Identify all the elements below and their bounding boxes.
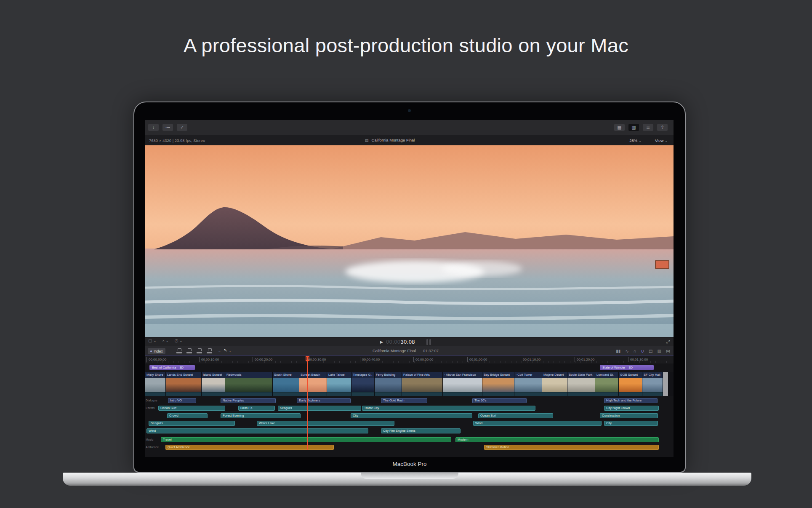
clip-thumbnail xyxy=(327,378,351,392)
audio-clip[interactable]: High Tech and the Future xyxy=(604,398,658,403)
import-media-icon[interactable]: ↓ xyxy=(148,124,159,131)
snapping-icon[interactable]: ∪ xyxy=(641,348,644,354)
timeline-clip[interactable]: Redwoods xyxy=(225,372,273,396)
track-label: Ambience xyxy=(146,446,159,449)
clip-thumbnail xyxy=(225,378,272,392)
timeline-clip[interactable]: Bay Bridge Sunset xyxy=(482,372,514,396)
connect-edit-icon[interactable] xyxy=(176,348,182,353)
audio-skimming-icon[interactable]: ∩ xyxy=(634,348,636,354)
audio-clip[interactable]: Crowd xyxy=(167,413,208,418)
background-tasks-icon[interactable]: ✓ xyxy=(177,124,187,131)
viewer-title-object[interactable] xyxy=(655,260,669,269)
audio-clip[interactable]: Forest Evening xyxy=(221,413,301,418)
timeline-clip[interactable]: Ferry Building xyxy=(375,372,402,396)
timeline-clip[interactable]: Lake Tahoe xyxy=(327,372,351,396)
project-chip: ▤ California Montage Final xyxy=(365,138,415,142)
share-icon[interactable]: ⇧ xyxy=(657,124,668,131)
audio-meters-icon[interactable] xyxy=(426,339,432,345)
clip-audio-strip xyxy=(482,392,514,396)
track-label: Music xyxy=(146,438,153,441)
timeline-clip[interactable]: Sunset Beach xyxy=(299,372,327,396)
timeline-clip[interactable]: Timelapse G.. xyxy=(351,372,375,396)
chevron-down-icon: ⌄ xyxy=(229,349,232,353)
append-edit-icon[interactable] xyxy=(197,348,202,353)
index-button[interactable]: Index xyxy=(148,348,165,354)
clip-thumbnail xyxy=(443,378,482,392)
audio-clip[interactable]: Modern xyxy=(455,437,659,442)
timeline-clip[interactable]: South Shore xyxy=(273,372,299,396)
audio-clip[interactable]: The 60's xyxy=(472,398,527,403)
timeline-display-icon[interactable]: ▥ xyxy=(658,348,661,354)
timeline-ruler[interactable]: 00:00:00:0000:00:10:0000:00:20:0000:00:3… xyxy=(145,356,674,364)
browser-filmstrip-icon[interactable]: ▥ xyxy=(628,124,639,131)
audio-clip[interactable]: Traffic City xyxy=(362,406,535,411)
audio-clip[interactable]: Water Lake xyxy=(257,421,394,426)
expand-icon[interactable]: ⤢ xyxy=(666,339,670,345)
overwrite-edit-icon[interactable] xyxy=(207,348,212,353)
clip-name: Ferry Building xyxy=(375,372,402,378)
audio-clip[interactable]: Native Peoples xyxy=(221,398,276,403)
title-clip[interactable]: State of Wonder – 3D xyxy=(600,365,654,370)
audio-meters-icon[interactable]: ▮▮ xyxy=(616,348,620,354)
audio-clip[interactable]: The Gold Rush xyxy=(381,398,427,403)
playhead[interactable] xyxy=(307,356,308,450)
audio-clip[interactable]: Intro VO xyxy=(168,398,196,403)
audio-clip[interactable]: Shimmer Motion xyxy=(484,445,659,450)
audio-clip[interactable]: City Night Crowd xyxy=(604,406,659,411)
audio-clip[interactable]: Travel xyxy=(161,437,451,442)
audio-clip[interactable]: Wind xyxy=(146,428,368,433)
timeline-clip[interactable]: Lands End Sunset xyxy=(166,372,202,396)
inspector-icon[interactable]: ≣ xyxy=(643,124,653,131)
timeline-clip[interactable]: Island Sunset xyxy=(202,372,225,396)
view-select[interactable]: View⌄ xyxy=(655,138,668,143)
page-title: A professional post-production studio on… xyxy=(0,34,812,57)
chevron-down-icon: ⌄ xyxy=(179,339,182,343)
audio-clip[interactable]: City xyxy=(604,421,658,426)
clip-thumbnail xyxy=(166,378,201,392)
clip-thumbnail xyxy=(482,378,514,392)
skimming-icon[interactable]: ∿ xyxy=(625,348,628,354)
timeline-clip[interactable]: SF City Hall xyxy=(642,372,663,396)
timeline-clip[interactable]: Palace of Fine Arts xyxy=(402,372,443,396)
timeline-clip[interactable]: Bodie State Park xyxy=(567,372,595,396)
audio-clip[interactable]: Early Explorers xyxy=(297,398,351,403)
audio-clip[interactable]: City Fire Engine Sirens xyxy=(381,428,461,433)
timeline-clip[interactable] xyxy=(663,372,668,396)
retime-icon[interactable]: ◷⌄ xyxy=(175,339,182,343)
title-clip[interactable]: Best of California – 3D xyxy=(149,365,195,370)
viewer-options-icon[interactable]: ▢⌄ xyxy=(148,339,156,343)
ruler-tick: 00:00:20:00 xyxy=(253,357,272,362)
audio-clip[interactable]: Wind xyxy=(473,421,602,426)
select-tool-icon[interactable]: ↖⌄ xyxy=(224,348,232,353)
audio-clip[interactable]: Construction xyxy=(600,413,658,418)
trim-feedback-icon[interactable]: ⋈ xyxy=(666,348,670,354)
timeline-toolbar-right: ▮▮∿∩∪▤▥⋈ xyxy=(616,348,670,354)
timeline-clip[interactable]: Mojave Desert xyxy=(542,372,567,396)
effects-tools-icon[interactable]: +⌄ xyxy=(162,339,169,343)
timeline-clip[interactable]: ▪Coit Tower xyxy=(514,372,542,396)
timeline-clip[interactable]: Misty Shore xyxy=(145,372,166,396)
zoom-select[interactable]: 28%⌄ xyxy=(629,138,642,143)
media-format-label: 7680 × 4320 | 23.98 fps, Stereo xyxy=(149,138,205,143)
timeline-clip[interactable]: GGB Sunset xyxy=(619,372,642,396)
clip-appearance-icon[interactable]: ▤ xyxy=(649,348,652,354)
audio-clip[interactable]: City xyxy=(351,413,472,418)
audio-clip[interactable]: Quiet Ambience xyxy=(165,445,334,450)
keyword-editor-icon[interactable]: ⊶ xyxy=(162,124,173,131)
timeline-clip[interactable]: Lombard St. xyxy=(595,372,619,396)
playhead-handle[interactable] xyxy=(306,356,309,361)
clip-name: ▪Coit Tower xyxy=(514,372,542,378)
play-icon[interactable]: ▶ xyxy=(380,340,383,344)
clip-name: Mojave Desert xyxy=(542,372,567,378)
audio-clip[interactable]: Birds FX xyxy=(238,406,275,411)
audio-clip[interactable]: Ocean Surf xyxy=(158,406,225,411)
ruler-tick: 00:00:50:00 xyxy=(413,357,433,362)
audio-clip[interactable]: Seagulls xyxy=(278,406,361,411)
ocean-sunset-scene xyxy=(145,145,674,337)
timeline-clip[interactable]: ▪Above San Francisco xyxy=(443,372,482,396)
audio-clip[interactable]: Seagulls xyxy=(149,421,235,426)
chevron-down-icon: ⌄ xyxy=(639,139,642,143)
insert-edit-icon[interactable] xyxy=(186,348,192,353)
browser-grid-icon[interactable]: ▦ xyxy=(614,124,625,131)
audio-clip[interactable]: Ocean Surf xyxy=(478,413,553,418)
